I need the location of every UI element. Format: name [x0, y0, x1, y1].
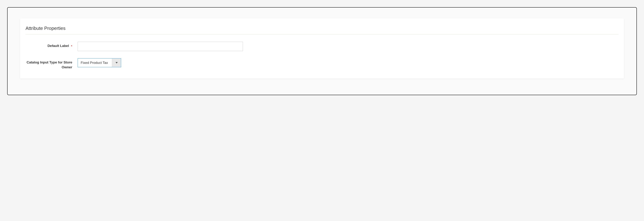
default-label-label: Default Label *: [26, 42, 78, 48]
default-label-field: [78, 42, 243, 51]
catalog-input-type-label: Catalog Input Type for Store Owner: [26, 58, 78, 70]
catalog-input-type-select[interactable]: Fixed Product Tax: [78, 58, 121, 67]
attribute-properties-panel: Attribute Properties Default Label * Cat…: [20, 18, 624, 79]
catalog-input-type-field: Fixed Product Tax: [78, 58, 121, 67]
page-frame: Attribute Properties Default Label * Cat…: [7, 7, 637, 95]
catalog-input-type-row: Catalog Input Type for Store Owner Fixed…: [26, 58, 618, 70]
default-label-text: Default Label: [48, 44, 69, 48]
default-label-row: Default Label *: [26, 42, 618, 51]
chevron-down-icon: [115, 62, 118, 64]
catalog-input-type-selected-value: Fixed Product Tax: [78, 59, 112, 67]
catalog-input-type-text: Catalog Input Type for Store Owner: [26, 60, 72, 69]
required-asterisk-icon: *: [71, 45, 72, 48]
svg-marker-0: [116, 62, 118, 64]
section-title: Attribute Properties: [26, 26, 618, 35]
select-dropdown-button[interactable]: [112, 59, 121, 67]
default-label-input[interactable]: [78, 42, 243, 51]
